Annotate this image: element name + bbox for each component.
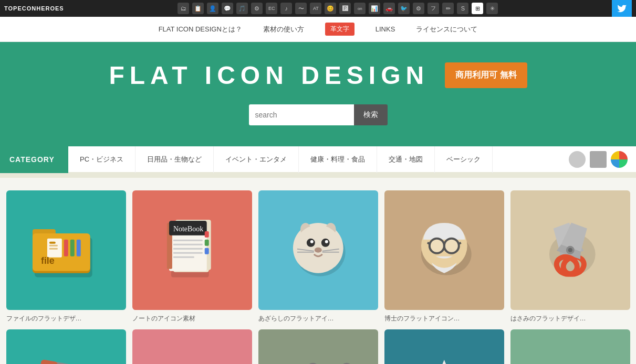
separator [0, 174, 636, 178]
cat-item-event[interactable]: イベント・エンタメ [214, 146, 299, 173]
icon-label-4: はさみのフラットデザイ… [510, 314, 630, 323]
nav-icon-grid[interactable]: ⊞ [472, 3, 483, 14]
icon-card-0[interactable]: file ファイルのフラットデザ… [6, 190, 126, 323]
svg-point-54 [568, 248, 572, 252]
icon-thumb-6: $ [132, 329, 252, 364]
nav-icon-wave[interactable]: 〜 [295, 3, 307, 14]
nav-icon-music[interactable]: 🎵 [236, 3, 248, 14]
icon-thumb-1: NoteBook [132, 190, 252, 310]
icon-card-9[interactable]: ポリスのビルディング（神… [510, 329, 630, 364]
category-bar: CATEGORY PC・ビジネス 日用品・生物など イベント・エンタメ 健康・料… [0, 146, 636, 174]
cat-item-basic[interactable]: ベーシック [435, 146, 493, 173]
svg-rect-21 [173, 248, 203, 250]
svg-rect-9 [64, 240, 68, 256]
second-nav: FLAT ICON DESIGNとは？ 素材の使い方 革文字 LINKS ライセ… [0, 17, 636, 42]
icon-thumb-0: file [6, 190, 126, 310]
icon-card-5[interactable]: ハンマーのフラットデザ… [6, 329, 126, 364]
svg-point-49 [445, 240, 457, 252]
nav-icon-gear2[interactable]: ⚙ [413, 3, 424, 14]
icon-thumb-9 [510, 329, 630, 364]
svg-rect-7 [49, 248, 58, 250]
icon-card-1[interactable]: NoteBook ノートのアイコン素材 [132, 190, 252, 323]
icon-card-6[interactable]: $ ドル袋のフラットアイコ… [132, 329, 252, 364]
cat-item-pc[interactable]: PC・ビジネス [68, 146, 135, 173]
icon-thumb-5 [6, 329, 126, 364]
nav-icon-smile[interactable]: 😊 [325, 3, 336, 14]
hero-cta-badge: 商用利用可 無料 [445, 62, 527, 88]
svg-line-47 [458, 243, 461, 244]
svg-rect-4 [47, 239, 62, 258]
cat-item-daily[interactable]: 日用品・生物など [135, 146, 214, 173]
svg-rect-26 [204, 248, 208, 254]
nav-link-category[interactable]: 革文字 [325, 23, 355, 36]
icon-thumb-8 [384, 329, 504, 364]
svg-rect-24 [204, 231, 208, 238]
nav-link-license[interactable]: ライセンスについて [416, 25, 477, 34]
svg-rect-11 [76, 240, 80, 256]
top-nav: TOPECONHEROES 🗂 📋 👤 💬 🎵 ⚙ EC ♪ 〜 AT 😊 🅿 … [0, 0, 636, 17]
nav-link-about[interactable]: FLAT ICON DESIGNとは？ [159, 25, 242, 34]
icon-card-8[interactable]: スペースシャトルのフラッ… [384, 329, 504, 364]
twitter-button[interactable] [612, 0, 632, 17]
svg-rect-5 [49, 242, 56, 244]
search-row: 検索 [11, 104, 625, 125]
svg-point-36 [315, 248, 322, 253]
nav-icon-at[interactable]: AT [310, 3, 321, 14]
nav-link-links[interactable]: LINKS [376, 25, 395, 33]
color-sq-btn[interactable] [590, 151, 607, 168]
svg-rect-6 [49, 245, 58, 247]
category-label: CATEGORY [0, 146, 68, 173]
svg-rect-10 [70, 240, 74, 256]
nav-icon-bird[interactable]: 🐦 [398, 3, 410, 14]
cat-color-switchers [569, 151, 636, 168]
color-gray-btn[interactable] [569, 151, 586, 168]
icon-label-3: 博士のフラットアイコン… [384, 314, 504, 323]
nav-icon-star[interactable]: ✳ [486, 3, 498, 14]
color-multi-btn[interactable] [611, 151, 628, 168]
nav-icon-person[interactable]: 👤 [207, 3, 218, 14]
svg-rect-59 [38, 359, 58, 364]
nav-icon-car[interactable]: 🚗 [383, 3, 395, 14]
nav-icon-chart[interactable]: 📊 [369, 3, 380, 14]
nav-icon-s[interactable]: S [457, 3, 468, 14]
hero-title: FLAT ICON DESIGN [109, 61, 429, 90]
icon-label-1: ノートのアイコン素材 [132, 314, 252, 323]
hero-title-row: FLAT ICON DESIGN 商用利用可 無料 [11, 61, 625, 90]
icon-grid: file ファイルのフラットデザ… N [3, 178, 633, 364]
nav-icon-fu[interactable]: フ [428, 3, 439, 14]
nav-icon-pen[interactable]: ✏ [442, 3, 454, 14]
icon-thumb-4 [510, 190, 630, 310]
top-nav-icons: 🗂 📋 👤 💬 🎵 ⚙ EC ♪ 〜 AT 😊 🅿 on 📊 🚗 🐦 ⚙ フ ✏… [178, 3, 498, 14]
brand-label: TOPECONHEROES [4, 5, 64, 12]
svg-rect-25 [204, 240, 208, 246]
cat-item-health[interactable]: 健康・料理・食品 [299, 146, 377, 173]
icon-card-2[interactable]: あざらしのフラットアイ… [258, 190, 378, 323]
icon-thumb-2 [258, 190, 378, 310]
svg-text:NoteBook: NoteBook [173, 225, 203, 233]
icon-label-2: あざらしのフラットアイ… [258, 314, 378, 323]
search-input[interactable] [249, 104, 354, 125]
nav-link-usage[interactable]: 素材の使い方 [263, 25, 304, 34]
icon-card-4[interactable]: はさみのフラットデザイ… [510, 190, 630, 323]
nav-icon-p[interactable]: 🅿 [339, 3, 351, 14]
svg-rect-23 [173, 256, 194, 258]
svg-point-48 [431, 240, 443, 252]
nav-icon-folder[interactable]: 🗂 [178, 3, 189, 14]
icon-card-7[interactable]: 牛のフラットアイコン素材… [258, 329, 378, 364]
cat-item-transport[interactable]: 交通・地図 [377, 146, 435, 173]
nav-icon-note[interactable]: ♪ [280, 3, 292, 14]
nav-icon-chat[interactable]: 💬 [222, 3, 233, 14]
icon-card-3[interactable]: 博士のフラットアイコン… [384, 190, 504, 323]
svg-point-35 [325, 240, 328, 243]
nav-icon-clip[interactable]: 📋 [192, 3, 204, 14]
icon-label-0: ファイルのフラットデザ… [6, 314, 126, 323]
nav-icon-gear[interactable]: ⚙ [251, 3, 263, 14]
svg-rect-19 [173, 240, 203, 241]
search-button[interactable]: 検索 [354, 104, 388, 125]
svg-point-34 [310, 240, 314, 243]
svg-rect-22 [173, 252, 203, 254]
icon-thumb-3 [384, 190, 504, 310]
nav-icon-ec[interactable]: EC [266, 3, 277, 14]
nav-icon-on[interactable]: on [354, 3, 366, 14]
svg-line-46 [428, 243, 430, 244]
